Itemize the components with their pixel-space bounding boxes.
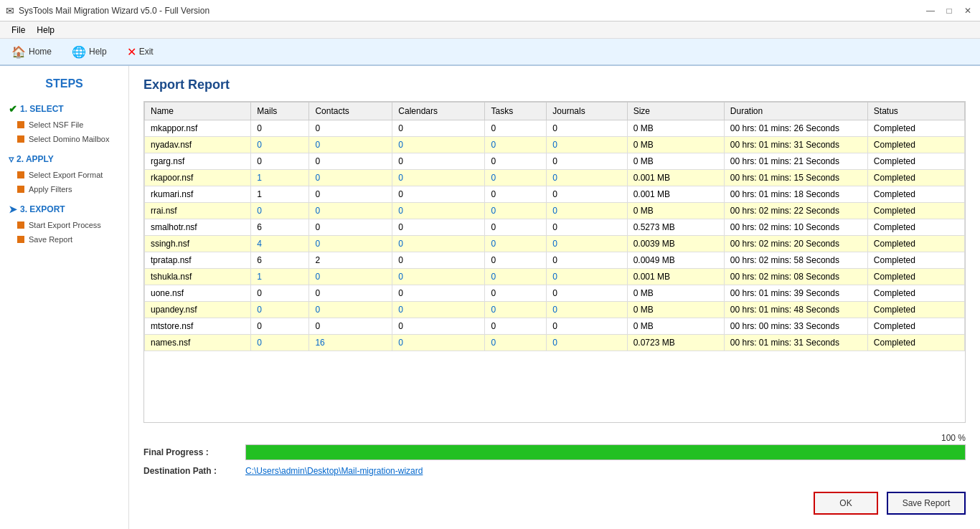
toolbar-home[interactable]: 🏠 Home	[7, 42, 56, 62]
step-section-select: ✔ 1. SELECT Select NSF File Select Domin…	[0, 100, 128, 146]
close-button[interactable]: ✕	[961, 4, 974, 17]
maximize-button[interactable]: □	[943, 4, 956, 17]
table-row: rrai.nsf000000 MB00 hrs: 02 mins: 22 Sec…	[145, 203, 965, 219]
progress-bar-background	[245, 444, 966, 460]
apply-filters-label: Apply Filters	[29, 185, 72, 194]
export-arrow-icon: ➤	[9, 204, 17, 215]
destination-label: Destination Path :	[143, 466, 237, 476]
select-check-icon: ✔	[9, 103, 17, 115]
step-header-apply: ▿ 2. APPLY	[0, 151, 128, 168]
sidebar-item-start-export[interactable]: Start Export Process	[0, 218, 128, 232]
sidebar-item-save-report[interactable]: Save Report	[0, 232, 128, 247]
exit-label: Exit	[139, 47, 154, 57]
exit-icon: ✕	[127, 45, 136, 59]
table-row: upandey.nsf000000 MB00 hrs: 01 mins: 48 …	[145, 302, 965, 318]
table-row: smalhotr.nsf600000.5273 MB00 hrs: 02 min…	[145, 219, 965, 236]
destination-row: Destination Path : C:\Users\admin\Deskto…	[143, 466, 966, 476]
content-area: Export Report Name Mails Contacts Calend…	[129, 66, 980, 529]
col-size: Size	[627, 103, 724, 120]
col-status: Status	[867, 103, 964, 120]
help-icon: 🌐	[72, 45, 86, 59]
sidebar-item-select-nsf[interactable]: Select NSF File	[0, 118, 128, 132]
report-table: Name Mails Contacts Calendars Tasks Jour…	[144, 102, 965, 351]
progress-bar-fill	[246, 445, 965, 459]
home-label: Home	[29, 47, 52, 57]
progress-row: Final Progress :	[143, 444, 966, 460]
table-row: nyadav.nsf000000 MB00 hrs: 01 mins: 31 S…	[145, 137, 965, 153]
ok-button[interactable]: OK	[814, 492, 878, 515]
window-controls: — □ ✕	[924, 4, 974, 17]
destination-path[interactable]: C:\Users\admin\Desktop\Mail-migration-wi…	[245, 466, 423, 476]
toolbar-help[interactable]: 🌐 Help	[67, 42, 111, 62]
step-apply-label: 2. APPLY	[17, 154, 54, 164]
progress-area: 100 % Final Progress : Destination Path …	[143, 433, 966, 485]
col-mails: Mails	[251, 103, 309, 120]
page-title: Export Report	[143, 77, 966, 92]
bullet-icon	[17, 186, 24, 193]
bottom-buttons: OK Save Report	[143, 492, 966, 518]
table-scroll[interactable]: Name Mails Contacts Calendars Tasks Jour…	[144, 102, 965, 422]
sidebar-item-select-domino[interactable]: Select Domino Mailbox	[0, 132, 128, 146]
sidebar-item-export-format[interactable]: Select Export Format	[0, 168, 128, 182]
title-bar: ✉ SysTools Mail Migration Wizard v5.0 - …	[0, 0, 980, 22]
step-section-apply: ▿ 2. APPLY Select Export Format Apply Fi…	[0, 151, 128, 196]
step-section-export: ➤ 3. EXPORT Start Export Process Save Re…	[0, 201, 128, 247]
col-journals: Journals	[547, 103, 627, 120]
window-title: SysTools Mail Migration Wizard v5.0 - Fu…	[19, 6, 924, 16]
menu-file[interactable]: File	[6, 24, 31, 37]
progress-label: Final Progress :	[143, 447, 237, 457]
table-row: names.nsf0160000.0723 MB00 hrs: 01 mins:…	[145, 335, 965, 351]
toolbar: 🏠 Home 🌐 Help ✕ Exit	[0, 39, 980, 66]
progress-percent: 100 %	[143, 433, 966, 443]
main-layout: STEPS ✔ 1. SELECT Select NSF File Select…	[0, 66, 980, 529]
app-icon: ✉	[6, 5, 14, 16]
save-report-button[interactable]: Save Report	[887, 492, 966, 515]
table-row: rkumari.nsf100000.001 MB00 hrs: 01 mins:…	[145, 186, 965, 203]
menu-bar: File Help	[0, 22, 980, 39]
col-calendars: Calendars	[392, 103, 485, 120]
bullet-icon	[17, 121, 24, 128]
col-name: Name	[145, 103, 251, 120]
bullet-icon	[17, 171, 24, 178]
step-export-label: 3. EXPORT	[20, 204, 65, 214]
save-report-sidebar-label: Save Report	[29, 235, 72, 244]
minimize-button[interactable]: —	[924, 4, 937, 17]
table-row: tpratap.nsf620000.0049 MB00 hrs: 02 mins…	[145, 252, 965, 269]
help-label: Help	[89, 47, 107, 57]
sidebar: STEPS ✔ 1. SELECT Select NSF File Select…	[0, 66, 129, 529]
col-duration: Duration	[724, 103, 867, 120]
table-row: tshukla.nsf100000.001 MB00 hrs: 02 mins:…	[145, 269, 965, 285]
toolbar-exit[interactable]: ✕ Exit	[123, 42, 158, 62]
table-header-row: Name Mails Contacts Calendars Tasks Jour…	[145, 103, 965, 120]
table-row: rkapoor.nsf100000.001 MB00 hrs: 01 mins:…	[145, 170, 965, 186]
step-header-export: ➤ 3. EXPORT	[0, 201, 128, 218]
sidebar-item-apply-filters[interactable]: Apply Filters	[0, 182, 128, 196]
report-table-container: Name Mails Contacts Calendars Tasks Jour…	[143, 101, 966, 423]
export-format-label: Select Export Format	[29, 171, 103, 179]
col-tasks: Tasks	[485, 103, 547, 120]
start-export-label: Start Export Process	[29, 221, 101, 229]
bullet-icon	[17, 236, 24, 243]
apply-arrow-icon: ▿	[9, 153, 14, 165]
table-row: ssingh.nsf400000.0039 MB00 hrs: 02 mins:…	[145, 236, 965, 252]
bullet-icon	[17, 135, 24, 143]
home-icon: 🏠	[11, 45, 26, 59]
col-contacts: Contacts	[309, 103, 392, 120]
menu-help[interactable]: Help	[31, 24, 60, 37]
table-row: uone.nsf000000 MB00 hrs: 01 mins: 39 Sec…	[145, 285, 965, 302]
table-row: mtstore.nsf000000 MB00 hrs: 00 mins: 33 …	[145, 318, 965, 335]
table-row: rgarg.nsf000000 MB00 hrs: 01 mins: 21 Se…	[145, 153, 965, 170]
select-nsf-label: Select NSF File	[29, 120, 83, 129]
steps-title: STEPS	[0, 77, 128, 90]
bullet-icon	[17, 221, 24, 229]
step-select-label: 1. SELECT	[20, 104, 64, 114]
step-header-select: ✔ 1. SELECT	[0, 100, 128, 118]
table-row: mkappor.nsf000000 MB00 hrs: 01 mins: 26 …	[145, 120, 965, 137]
select-domino-label: Select Domino Mailbox	[29, 135, 110, 143]
